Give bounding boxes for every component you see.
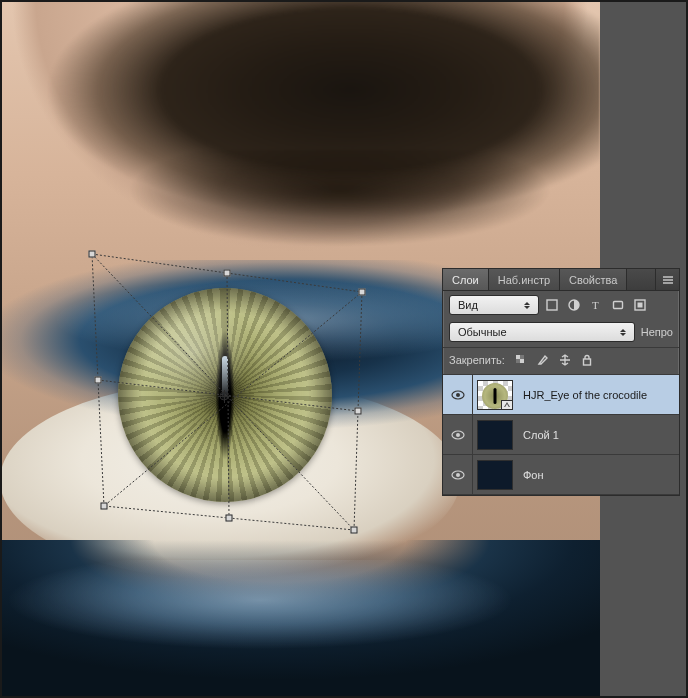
lock-transparency-icon[interactable] xyxy=(513,352,529,368)
transform-corner-handle[interactable] xyxy=(101,503,108,510)
svg-rect-16 xyxy=(638,303,643,308)
eye-icon xyxy=(451,430,465,440)
lock-row: Закрепить: xyxy=(443,348,679,375)
layer-row[interactable]: HJR_Eye of the crocodile xyxy=(443,375,679,415)
eye-icon xyxy=(451,470,465,480)
layers-list: HJR_Eye of the crocodileСлой 1Фон xyxy=(443,375,679,495)
filter-type-icon[interactable]: T xyxy=(587,296,605,314)
lock-label: Закрепить: xyxy=(449,354,505,366)
eye-icon xyxy=(451,390,465,400)
svg-point-25 xyxy=(456,433,460,437)
layer-name[interactable]: HJR_Eye of the crocodile xyxy=(517,389,679,401)
tab-label: Свойства xyxy=(569,274,617,286)
svg-text:T: T xyxy=(592,299,599,311)
transform-edge-handle[interactable] xyxy=(224,270,231,277)
transform-edge-handle[interactable] xyxy=(355,408,362,415)
filter-pixel-icon[interactable] xyxy=(543,296,561,314)
svg-rect-14 xyxy=(614,302,623,309)
layer-visibility-toggle[interactable] xyxy=(443,375,473,414)
layer-thumbnail[interactable] xyxy=(473,415,517,454)
layer-visibility-toggle[interactable] xyxy=(443,455,473,494)
svg-rect-11 xyxy=(547,300,557,310)
blend-mode-dropdown[interactable]: Обычные xyxy=(449,322,635,342)
transform-corner-handle[interactable] xyxy=(89,251,96,258)
dropdown-label: Обычные xyxy=(458,326,618,338)
tab-layers[interactable]: Слои xyxy=(443,269,489,290)
filter-smartobject-icon[interactable] xyxy=(631,296,649,314)
tab-label: Слои xyxy=(452,274,479,286)
layer-row[interactable]: Фон xyxy=(443,455,679,495)
layer-name[interactable]: Фон xyxy=(517,469,679,481)
layer-filter-row: Вид T xyxy=(443,291,679,319)
svg-rect-21 xyxy=(583,359,590,365)
lock-pixels-icon[interactable] xyxy=(535,352,551,368)
svg-rect-18 xyxy=(520,359,524,363)
layer-filter-dropdown[interactable]: Вид xyxy=(449,295,539,315)
layer-visibility-toggle[interactable] xyxy=(443,415,473,454)
lock-all-icon[interactable] xyxy=(579,352,595,368)
filter-shape-icon[interactable] xyxy=(609,296,627,314)
svg-point-23 xyxy=(456,393,460,397)
layer-row[interactable]: Слой 1 xyxy=(443,415,679,455)
smart-object-badge-icon xyxy=(501,400,513,410)
transform-corner-handle[interactable] xyxy=(351,527,358,534)
layers-panel: Слои Наб.инстр Свойства Вид T xyxy=(442,268,680,496)
transform-edge-handle[interactable] xyxy=(95,377,102,384)
filter-adjustment-icon[interactable] xyxy=(565,296,583,314)
lock-position-icon[interactable] xyxy=(557,352,573,368)
panel-menu-button[interactable] xyxy=(655,269,679,290)
panel-tabbar: Слои Наб.инстр Свойства xyxy=(443,269,679,291)
app-stage: Слои Наб.инстр Свойства Вид T xyxy=(0,0,688,698)
tab-label: Наб.инстр xyxy=(498,274,550,286)
layer-thumbnail[interactable] xyxy=(473,375,517,414)
transform-center-icon[interactable] xyxy=(218,390,231,403)
svg-rect-17 xyxy=(516,355,520,359)
svg-rect-20 xyxy=(516,359,520,363)
tab-properties[interactable]: Свойства xyxy=(560,269,627,290)
svg-point-27 xyxy=(456,473,460,477)
transform-corner-handle[interactable] xyxy=(359,289,366,296)
layer-name[interactable]: Слой 1 xyxy=(517,429,679,441)
opacity-label: Непро xyxy=(641,326,673,338)
blend-opacity-row: Обычные Непро xyxy=(443,319,679,348)
tab-toolpresets[interactable]: Наб.инстр xyxy=(489,269,560,290)
layer-thumbnail[interactable] xyxy=(473,455,517,494)
transform-edge-handle[interactable] xyxy=(226,515,233,522)
svg-rect-19 xyxy=(520,355,524,359)
dropdown-label: Вид xyxy=(458,299,522,311)
